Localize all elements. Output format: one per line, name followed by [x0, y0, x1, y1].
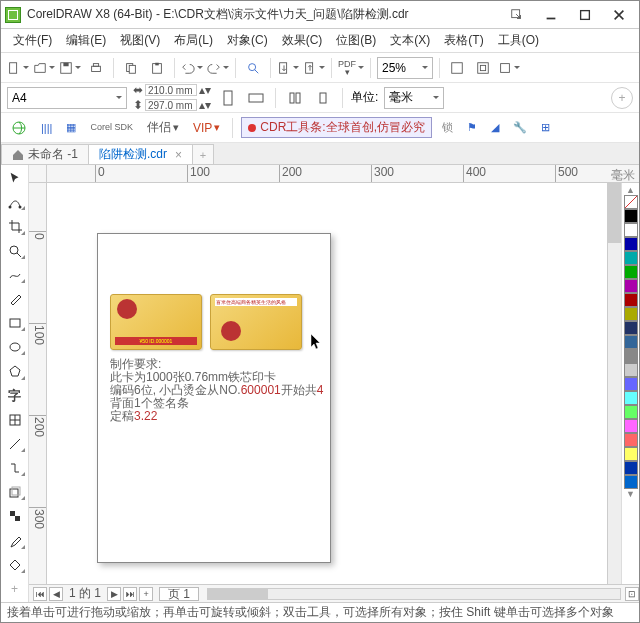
paper-size-combo[interactable]: A4	[7, 87, 127, 109]
new-tab-button[interactable]: +	[192, 144, 214, 164]
color-swatch[interactable]	[624, 251, 638, 265]
table-tool[interactable]	[4, 411, 26, 429]
text-tool[interactable]: 字	[4, 387, 26, 405]
pick-tool[interactable]	[4, 169, 26, 187]
ellipse-tool[interactable]	[4, 338, 26, 356]
production-notes[interactable]: 制作要求: 此卡为1000张0.76mm铁芯印卡 编码6位, 小凸烫金从NO.6…	[110, 358, 323, 423]
crop-tool[interactable]	[4, 217, 26, 235]
publish-pdf-button[interactable]: PDF▾	[338, 57, 364, 79]
color-swatch[interactable]	[624, 405, 638, 419]
color-swatch[interactable]	[624, 475, 638, 489]
dimension-tool[interactable]	[4, 435, 26, 453]
shape-tool[interactable]	[4, 193, 26, 211]
freehand-tool[interactable]	[4, 266, 26, 284]
new-button[interactable]	[7, 57, 29, 79]
color-swatch[interactable]	[624, 237, 638, 251]
import-button[interactable]	[277, 57, 299, 79]
menu-edit[interactable]: 编辑(E)	[60, 30, 112, 51]
color-swatch[interactable]	[624, 223, 638, 237]
paste-button[interactable]	[146, 57, 168, 79]
page-tab[interactable]: 页 1	[159, 587, 199, 601]
page-width-input[interactable]: 210.0 mm	[145, 84, 197, 96]
zoom-combo[interactable]: 25%	[377, 57, 433, 79]
plugin-lock[interactable]: 锁	[438, 118, 457, 137]
swatch-none[interactable]	[624, 195, 638, 209]
plugin-corel-sdk[interactable]: Corel SDK	[86, 121, 137, 134]
color-swatch[interactable]	[624, 461, 638, 475]
next-page-button[interactable]: ▶	[107, 587, 121, 601]
eyedropper-tool[interactable]	[4, 532, 26, 550]
horizontal-ruler[interactable]: 0 100 200 300 400 500 毫米	[47, 165, 639, 183]
color-swatch[interactable]	[624, 363, 638, 377]
horizontal-scrollbar[interactable]	[207, 588, 621, 600]
minimize-button[interactable]	[535, 5, 567, 25]
landscape-button[interactable]	[245, 87, 267, 109]
options-button[interactable]	[498, 57, 520, 79]
ruler-origin[interactable]	[29, 165, 47, 183]
color-swatch[interactable]	[624, 447, 638, 461]
plugin-earth-icon[interactable]	[7, 118, 31, 138]
card-back[interactable]: 百米住高端商务精英生活的风格	[210, 294, 302, 350]
portrait-button[interactable]	[217, 87, 239, 109]
effects-tool[interactable]	[4, 483, 26, 501]
menu-effect[interactable]: 效果(C)	[276, 30, 329, 51]
fill-tool[interactable]	[4, 556, 26, 574]
plugin-a-icon[interactable]: ◢	[487, 119, 503, 136]
add-page-button[interactable]: +	[139, 587, 153, 601]
open-button[interactable]	[33, 57, 55, 79]
add-preset-button[interactable]: +	[611, 87, 633, 109]
copy-button[interactable]	[120, 57, 142, 79]
color-swatch[interactable]	[624, 293, 638, 307]
polygon-tool[interactable]	[4, 362, 26, 380]
plugin-grid-icon[interactable]: ⊞	[537, 119, 554, 136]
plugin-wrench-icon[interactable]: 🔧	[509, 119, 531, 136]
redo-button[interactable]	[207, 57, 229, 79]
vertical-scrollbar[interactable]	[607, 183, 621, 584]
color-swatch[interactable]	[624, 307, 638, 321]
color-swatch[interactable]	[624, 209, 638, 223]
navigator-button[interactable]: ⊡	[625, 587, 639, 601]
first-page-button[interactable]: ⏮	[33, 587, 47, 601]
undo-button[interactable]	[181, 57, 203, 79]
color-swatch[interactable]	[624, 419, 638, 433]
tab-untitled[interactable]: 未命名 -1	[1, 144, 89, 164]
maximize-button[interactable]	[569, 5, 601, 25]
menu-table[interactable]: 表格(T)	[438, 30, 489, 51]
menu-bitmap[interactable]: 位图(B)	[330, 30, 382, 51]
drawing-canvas[interactable]: ¥50 ID.000001 百米住高端商务精英生活的风格 制作要求: 此卡为10…	[47, 183, 607, 584]
vertical-ruler[interactable]: 0 100 200 300	[29, 183, 47, 584]
plugin-vip[interactable]: VIP▾	[189, 119, 224, 137]
palette-up[interactable]: ▲	[626, 185, 635, 195]
last-page-button[interactable]: ⏭	[123, 587, 137, 601]
plugin-qr-icon[interactable]: ▦	[62, 119, 80, 136]
transparency-tool[interactable]	[4, 507, 26, 525]
plugin-companion[interactable]: 伴侣▾	[143, 117, 183, 138]
current-page-button[interactable]	[312, 87, 334, 109]
expand-toolbox[interactable]: +	[4, 580, 26, 598]
menu-object[interactable]: 对象(C)	[221, 30, 274, 51]
rectangle-tool[interactable]	[4, 314, 26, 332]
cdr-toolbar-badge[interactable]: CDR工具条:全球首创,仿冒必究	[241, 117, 432, 138]
zoom-tool[interactable]	[4, 242, 26, 260]
color-swatch[interactable]	[624, 391, 638, 405]
menu-text[interactable]: 文本(X)	[384, 30, 436, 51]
plugin-barcode-icon[interactable]: ||||	[37, 120, 56, 136]
close-button[interactable]	[603, 5, 635, 25]
plugin-flag-icon[interactable]: ⚑	[463, 119, 481, 136]
artistic-media-tool[interactable]	[4, 290, 26, 308]
export-button[interactable]	[303, 57, 325, 79]
help-popup-icon[interactable]	[501, 5, 533, 25]
menu-layout[interactable]: 布局(L)	[168, 30, 219, 51]
fullscreen-button[interactable]	[446, 57, 468, 79]
color-swatch[interactable]	[624, 377, 638, 391]
tab-close-icon[interactable]: ×	[175, 148, 182, 162]
color-swatch[interactable]	[624, 265, 638, 279]
color-swatch[interactable]	[624, 279, 638, 293]
menu-tools[interactable]: 工具(O)	[492, 30, 545, 51]
print-button[interactable]	[85, 57, 107, 79]
palette-down[interactable]: ▼	[626, 489, 635, 499]
color-swatch[interactable]	[624, 349, 638, 363]
page-height-input[interactable]: 297.0 mm	[145, 99, 197, 111]
color-swatch[interactable]	[624, 433, 638, 447]
unit-combo[interactable]: 毫米	[384, 87, 444, 109]
